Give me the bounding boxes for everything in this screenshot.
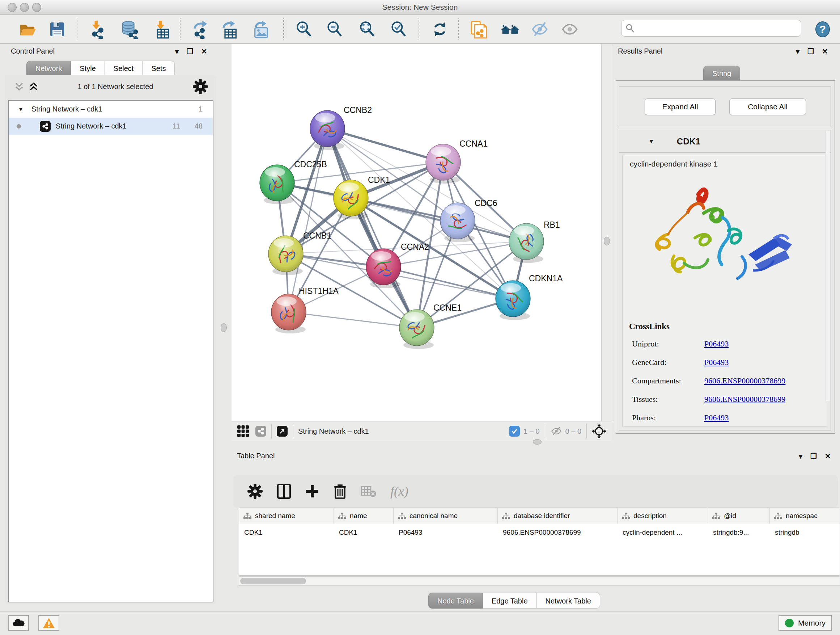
- scrollbar-thumb[interactable]: [240, 578, 306, 584]
- netbar-separator: [586, 424, 587, 439]
- warning-button[interactable]: [38, 615, 59, 631]
- zoom-out-icon[interactable]: [325, 19, 345, 40]
- node-CCNA1[interactable]: CCNA1: [426, 139, 488, 184]
- edge-CCNB2-CCNE1[interactable]: [327, 128, 417, 328]
- node-CCNB1[interactable]: CCNB1: [268, 231, 332, 275]
- save-session-icon[interactable]: [47, 19, 67, 40]
- string-view-icon[interactable]: [256, 426, 266, 437]
- expand-all-button[interactable]: Expand All: [645, 98, 715, 115]
- zoom-fit-icon[interactable]: [357, 19, 377, 40]
- help-button[interactable]: ?: [813, 19, 833, 40]
- export-image-icon[interactable]: [251, 19, 271, 40]
- column-header-description[interactable]: description: [617, 508, 708, 524]
- add-column-icon[interactable]: [305, 484, 319, 499]
- network-row-selected[interactable]: String Network – cdk1 11 48: [9, 118, 213, 135]
- import-table-icon[interactable]: [151, 19, 172, 40]
- memory-button[interactable]: Memory: [778, 615, 832, 631]
- zoom-selected-icon[interactable]: [388, 19, 409, 40]
- edge-CDK1-RB1[interactable]: [351, 198, 526, 241]
- right-splitter-handle[interactable]: [604, 237, 610, 245]
- zoom-in-icon[interactable]: [294, 19, 314, 40]
- collapse-all-networks-icon[interactable]: [14, 81, 24, 92]
- left-splitter-handle[interactable]: [221, 323, 227, 332]
- expand-all-networks-icon[interactable]: [29, 81, 38, 92]
- edge-CCNB2-HIST1H1A[interactable]: [289, 128, 327, 312]
- tree-expander-icon[interactable]: ▼: [18, 106, 24, 112]
- eye-disabled-icon: [560, 19, 580, 40]
- panel-collapse-icon[interactable]: ▾: [175, 47, 179, 56]
- graphics-details-icon[interactable]: [500, 19, 520, 40]
- section-expander-icon[interactable]: ▼: [648, 138, 654, 145]
- export-table-icon[interactable]: [219, 19, 240, 40]
- table-cell[interactable]: P06493: [393, 524, 498, 540]
- panel-collapse-icon[interactable]: ▾: [799, 452, 802, 461]
- import-network-database-icon[interactable]: [119, 19, 139, 40]
- table-cell[interactable]: stringdb:9...: [708, 524, 770, 540]
- tab-network-table[interactable]: Network Table: [537, 593, 600, 608]
- network-canvas[interactable]: CCNB2CCNA1CDC25BCDK1CDC6RB1CCNB1CCNA2CDK…: [232, 44, 601, 421]
- open-session-icon[interactable]: [17, 19, 38, 40]
- collapse-all-button[interactable]: Collapse All: [729, 98, 806, 115]
- show-columns-icon[interactable]: [277, 483, 291, 499]
- results-scrollbar[interactable]: [826, 131, 830, 401]
- node-CDKN1A[interactable]: CDKN1A: [496, 274, 563, 320]
- column-header-shared-name[interactable]: shared name: [239, 508, 334, 524]
- column-header-database-identifier[interactable]: database identifier: [498, 508, 617, 524]
- tab-network[interactable]: Network: [27, 61, 71, 75]
- crosslink-link[interactable]: P06493: [704, 413, 729, 423]
- column-header--id[interactable]: @id: [708, 508, 770, 524]
- node-HIST1H1A[interactable]: HIST1H1A: [271, 287, 339, 333]
- tab-edge-table[interactable]: Edge Table: [483, 593, 537, 608]
- table-cell[interactable]: CDK1: [239, 524, 334, 540]
- hide-graphics-icon[interactable]: [530, 19, 550, 40]
- network-options-gear-icon[interactable]: [193, 79, 208, 95]
- hidden-eye-icon[interactable]: [550, 426, 562, 437]
- table-options-gear-icon[interactable]: [247, 483, 263, 499]
- crosslink-link[interactable]: 9606.ENSP00000378699: [704, 394, 785, 404]
- panel-collapse-icon[interactable]: ▾: [796, 47, 799, 56]
- crosslink-link[interactable]: 9606.ENSP00000378699: [704, 376, 785, 386]
- tab-style[interactable]: Style: [71, 61, 104, 75]
- tab-sets[interactable]: Sets: [142, 61, 175, 75]
- node-table[interactable]: shared namenamecanonical namedatabase id…: [239, 508, 840, 576]
- gene-section-header[interactable]: ▼ CDK1: [619, 130, 831, 153]
- panel-close-icon[interactable]: ✕: [825, 452, 831, 461]
- table-row[interactable]: CDK1CDK1P064939606.ENSP00000378699cyclin…: [239, 524, 840, 540]
- selected-checkbox-icon[interactable]: [509, 426, 520, 437]
- edge-HIST1H1A-CCNE1[interactable]: [289, 312, 417, 328]
- crosslink-link[interactable]: P06493: [704, 358, 729, 367]
- tab-string[interactable]: String: [703, 66, 740, 80]
- crosslink-link[interactable]: P06493: [704, 339, 729, 348]
- column-header-namespac[interactable]: namespac: [770, 508, 840, 524]
- node-CCNB2[interactable]: CCNB2: [310, 105, 372, 150]
- cytoscape-window: Session: New Session: [0, 0, 840, 635]
- birdseye-crosshair-icon[interactable]: [592, 424, 606, 439]
- column-header-name[interactable]: name: [334, 508, 393, 524]
- network-collection-row[interactable]: ▼ String Network – cdk1 1: [9, 101, 213, 118]
- panel-float-icon[interactable]: ❐: [807, 47, 814, 56]
- search-input[interactable]: [621, 20, 801, 36]
- tab-select[interactable]: Select: [105, 61, 143, 75]
- tab-node-table[interactable]: Node Table: [428, 593, 483, 608]
- panel-close-icon[interactable]: ✕: [201, 47, 207, 56]
- panel-close-icon[interactable]: ✕: [822, 47, 828, 56]
- grid-view-icon[interactable]: [237, 424, 249, 438]
- node-RB1[interactable]: RB1: [509, 220, 560, 263]
- table-cell[interactable]: 9606.ENSP00000378699: [498, 524, 617, 540]
- table-cell[interactable]: cyclin-dependent ...: [617, 524, 708, 540]
- cloud-button[interactable]: [8, 615, 29, 631]
- panel-float-icon[interactable]: ❐: [187, 47, 193, 56]
- import-network-file-icon[interactable]: [87, 19, 107, 40]
- panel-float-icon[interactable]: ❐: [810, 452, 817, 461]
- export-network-icon[interactable]: [191, 19, 211, 40]
- delete-column-icon[interactable]: [333, 483, 347, 499]
- horizontal-splitter-handle[interactable]: [533, 439, 542, 445]
- clone-network-icon[interactable]: [469, 19, 489, 40]
- refresh-layout-icon[interactable]: [430, 19, 450, 40]
- column-header-canonical-name[interactable]: canonical name: [393, 508, 498, 524]
- open-view-icon[interactable]: [277, 426, 287, 437]
- table-cell[interactable]: stringdb: [770, 524, 840, 540]
- table-horizontal-scrollbar[interactable]: [239, 576, 840, 586]
- table-cell[interactable]: CDK1: [334, 524, 393, 540]
- edge-CCNB2-CCNA1[interactable]: [327, 128, 443, 162]
